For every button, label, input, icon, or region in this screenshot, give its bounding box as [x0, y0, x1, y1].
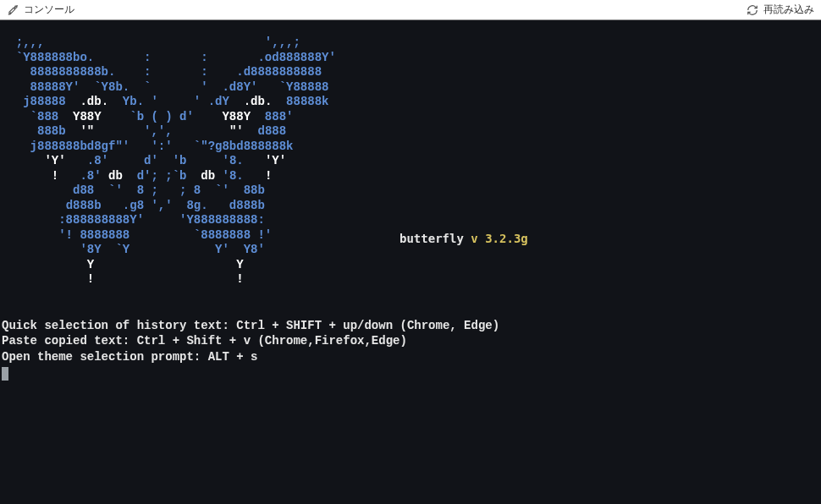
titlebar-right: 再読み込み [747, 3, 814, 17]
help-text: Quick selection of history text: Ctrl + … [2, 318, 819, 366]
tools-icon [7, 4, 19, 16]
app-name: butterfly [399, 232, 464, 245]
app-version-label: butterfly v 3.2.3g [399, 232, 528, 245]
ascii-art-butterfly: ;,,, ',,,; `Y888888bo. : : .od888888Y' 8… [2, 36, 819, 288]
app-version-separator: v [471, 232, 477, 245]
reload-icon[interactable] [747, 4, 758, 16]
app-version: 3.2.3g [485, 232, 528, 245]
terminal-area[interactable]: ;,,, ',,,; `Y888888bo. : : .od888888Y' 8… [0, 20, 821, 504]
titlebar-left: コンソール [7, 3, 74, 17]
window-title: コンソール [24, 3, 74, 17]
cursor [2, 365, 819, 385]
window-titlebar: コンソール 再読み込み [0, 0, 821, 20]
reload-button[interactable]: 再読み込み [763, 3, 814, 17]
